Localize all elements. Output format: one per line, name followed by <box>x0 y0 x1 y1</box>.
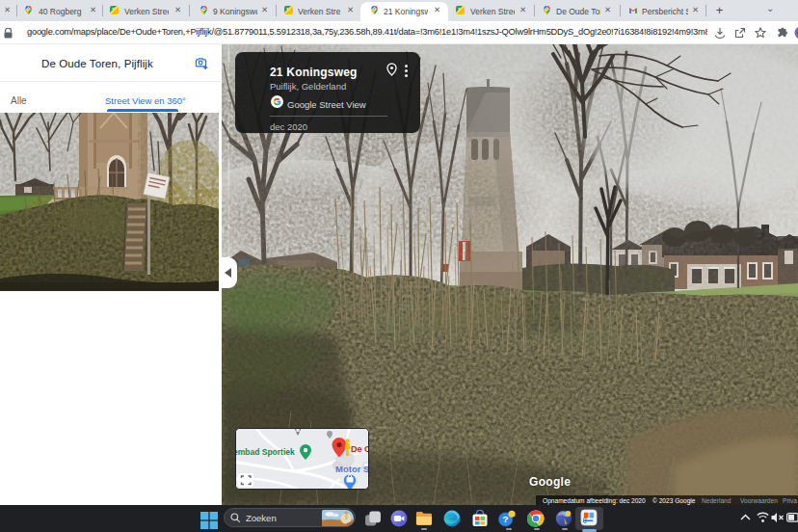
svg-text:Motor Se: Motor Se <box>335 464 369 474</box>
svg-text:De Ou: De Ou <box>351 444 369 454</box>
svg-text:?: ? <box>503 514 509 524</box>
svg-text:embad Sportiek: embad Sportiek <box>236 447 295 457</box>
